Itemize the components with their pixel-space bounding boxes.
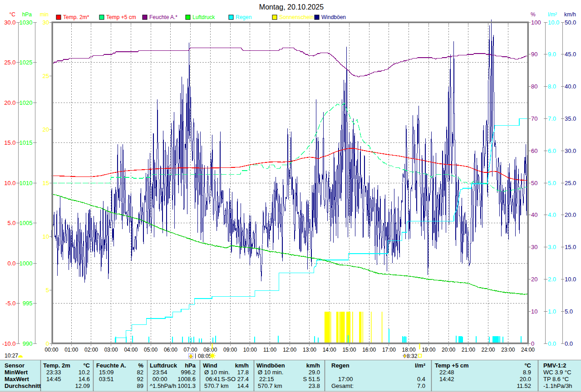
svg-text:Montag, 20.10.2025: Montag, 20.10.2025 <box>259 3 324 11</box>
svg-text:20: 20 <box>43 126 49 133</box>
svg-text:TP 8.6 °C: TP 8.6 °C <box>543 376 569 382</box>
svg-text:25: 25 <box>43 73 49 79</box>
svg-text:10.0: 10.0 <box>565 276 576 283</box>
svg-text:Gesamt:: Gesamt: <box>331 382 354 389</box>
svg-text:km/h: km/h <box>306 362 320 369</box>
svg-text:MinWert: MinWert <box>5 369 28 376</box>
svg-text:23:54: 23:54 <box>153 369 167 376</box>
svg-text:0: 0 <box>46 340 49 347</box>
svg-text:17:00: 17:00 <box>338 376 353 382</box>
svg-text:0: 0 <box>531 340 534 347</box>
svg-text:14:42: 14:42 <box>439 376 454 382</box>
svg-text:0.0: 0.0 <box>565 340 573 347</box>
svg-text:Temp. 2m*: Temp. 2m* <box>63 14 89 20</box>
svg-text:Ø 10 min.: Ø 10 min. <box>258 369 283 376</box>
svg-text:S 51.5: S 51.5 <box>303 376 320 382</box>
svg-text:15.0: 15.0 <box>4 139 15 146</box>
svg-text:5.0: 5.0 <box>7 220 15 226</box>
svg-text:02:00: 02:00 <box>84 347 98 353</box>
svg-text:09:00: 09:00 <box>223 347 237 353</box>
svg-text:08:00: 08:00 <box>203 347 217 353</box>
svg-text:5: 5 <box>46 287 49 294</box>
svg-text:22:00: 22:00 <box>481 347 495 353</box>
svg-text:17.8: 17.8 <box>237 369 249 376</box>
svg-text:29.0: 29.0 <box>309 369 320 376</box>
svg-text:20.0: 20.0 <box>4 99 15 106</box>
svg-text:km/h: km/h <box>235 362 249 369</box>
svg-text:570.7 km: 570.7 km <box>258 382 282 389</box>
svg-text:1030: 1030 <box>20 19 33 26</box>
svg-text:PMV-1:2: PMV-1:2 <box>543 362 566 369</box>
svg-text:7.0: 7.0 <box>417 382 425 389</box>
svg-text:40.0: 40.0 <box>565 83 576 90</box>
svg-text:14.6: 14.6 <box>79 376 90 382</box>
svg-text:60: 60 <box>531 147 537 154</box>
svg-text:°C: °C <box>10 11 16 18</box>
svg-text:Regen: Regen <box>331 362 350 369</box>
svg-text:10:27: 10:27 <box>5 353 18 359</box>
svg-text:50: 50 <box>531 180 537 186</box>
svg-text:Regen: Regen <box>236 14 251 20</box>
svg-text:2.0: 2.0 <box>548 276 556 283</box>
svg-text:8.0: 8.0 <box>548 83 556 90</box>
svg-text:4.0: 4.0 <box>548 211 556 218</box>
svg-text:30: 30 <box>43 19 49 26</box>
svg-text:10: 10 <box>43 233 49 240</box>
svg-text:25.0: 25.0 <box>565 180 576 186</box>
svg-text:10.0: 10.0 <box>548 19 559 26</box>
svg-text:Temp +5 cm: Temp +5 cm <box>106 14 136 20</box>
svg-text:%: % <box>138 362 143 369</box>
svg-text:l/m²: l/m² <box>415 362 426 369</box>
svg-text:1020: 1020 <box>20 99 33 106</box>
svg-text:7.0: 7.0 <box>548 115 556 122</box>
svg-text:S-SO 27.4: S-SO 27.4 <box>221 376 249 382</box>
svg-text:min: min <box>40 11 49 18</box>
svg-text:Windböen: Windböen <box>321 14 346 20</box>
svg-text:%: % <box>531 11 536 18</box>
svg-text:23:00: 23:00 <box>501 347 515 353</box>
svg-text:13:00: 13:00 <box>303 347 316 353</box>
svg-text:Feuchte A.*: Feuchte A.* <box>149 14 177 20</box>
svg-text:MaxWert: MaxWert <box>5 376 30 382</box>
svg-text:°C: °C <box>83 362 90 369</box>
svg-text:5.0: 5.0 <box>548 180 556 186</box>
svg-text:14.4: 14.4 <box>237 382 249 389</box>
svg-text:9.0: 9.0 <box>548 51 556 58</box>
svg-text:22:15: 22:15 <box>259 376 274 382</box>
svg-text:1015: 1015 <box>20 139 33 146</box>
svg-text:-5.0: -5.0 <box>5 300 15 307</box>
svg-text:15:09: 15:09 <box>99 369 114 376</box>
svg-text:1000: 1000 <box>20 260 33 267</box>
svg-text:Wind: Wind <box>203 362 217 369</box>
svg-text:24:00: 24:00 <box>521 347 535 353</box>
svg-text:Windböen: Windböen <box>256 362 285 369</box>
svg-text:Luftdruck: Luftdruck <box>150 362 177 369</box>
svg-text:1008.6: 1008.6 <box>177 376 196 382</box>
svg-text:996.2: 996.2 <box>181 369 196 376</box>
svg-text:-1.1hPa/3h: -1.1hPa/3h <box>543 382 572 389</box>
svg-text:Durchschnitt: Durchschnitt <box>5 382 41 389</box>
svg-text:Sensor: Sensor <box>5 362 25 369</box>
svg-text:89: 89 <box>137 382 143 389</box>
svg-text:8.9: 8.9 <box>523 369 531 376</box>
svg-text:17:00: 17:00 <box>382 347 396 353</box>
svg-text:hPa: hPa <box>185 362 196 369</box>
svg-text:22:48: 22:48 <box>439 369 454 376</box>
svg-text:23:33: 23:33 <box>46 369 61 376</box>
svg-text:90: 90 <box>531 51 537 58</box>
svg-text:^1.5hPa/h: ^1.5hPa/h <box>150 382 176 389</box>
svg-text:995: 995 <box>23 300 33 307</box>
svg-text:03:51: 03:51 <box>99 376 114 382</box>
svg-text:Temp. 2m: Temp. 2m <box>43 362 70 369</box>
svg-text:20:00: 20:00 <box>442 347 455 353</box>
svg-text:50.0: 50.0 <box>565 19 576 26</box>
svg-text:15.0: 15.0 <box>565 244 576 250</box>
svg-text:15:00: 15:00 <box>342 347 356 353</box>
svg-text:100: 100 <box>531 19 541 26</box>
svg-text:82: 82 <box>137 369 143 376</box>
svg-text:92: 92 <box>137 376 143 382</box>
svg-text:00:00: 00:00 <box>153 376 167 382</box>
svg-text:18:00: 18:00 <box>402 347 416 353</box>
svg-text:30.0: 30.0 <box>4 19 15 26</box>
svg-text:20.0: 20.0 <box>520 376 531 382</box>
